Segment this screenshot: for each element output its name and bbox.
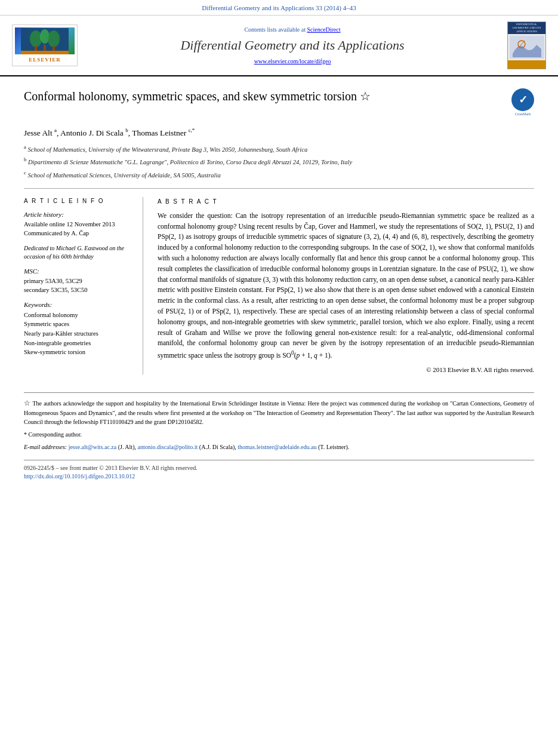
email-leistner-link[interactable]: thomas.leistner@adelaide.edu.au [238,444,316,450]
issn-line: 0926-2245/$ – see front matter © 2013 El… [24,464,534,472]
keywords-group: Keywords: Conformal holonomy Symmetric s… [24,300,133,357]
email-addresses: E-mail addresses: jesse.alt@wits.ac.za (… [24,442,534,451]
keyword-4: Non-integrable geometries [24,339,133,348]
affiliation-c: c School of Mathematical Sciences, Unive… [24,169,534,180]
journal-url[interactable]: www.elsevier.com/locate/difgeo [84,57,501,66]
crossmark-badge-container: ✓ CrossMark [511,88,534,116]
journal-cover-thumbnail: DIFFERENTIAL GEOMETRY AND ITS APPLICATIO… [507,21,546,69]
article-info-column: A R T I C L E I N F O Article history: A… [24,197,143,375]
keyword-2: Symmetric spaces [24,320,133,329]
history-label: Article history: [24,210,133,219]
abstract-heading: A B S T R A C T [158,197,534,206]
crossmark-label: CrossMark [511,112,534,116]
keyword-5: Skew-symmetric torsion [24,348,133,357]
crossmark-icon: ✓ [511,88,534,111]
journal-url-link[interactable]: www.elsevier.com/locate/difgeo [254,58,331,64]
authors-line: Jesse Alt a, Antonio J. Di Scala b, Thom… [24,127,534,139]
svg-rect-7 [21,51,69,54]
doi-link[interactable]: http://dx.doi.org/10.1016/j.difgeo.2013.… [24,473,135,480]
article-info-heading: A R T I C L E I N F O [24,197,133,205]
article-body: Conformal holonomy, symmetric spaces, an… [0,76,558,493]
dedication-text: Dedicated to Michael G. Eastwood on the … [24,244,133,261]
star-footnote: ☆ The authors acknowledge the support an… [24,398,534,426]
communicated-by: Communicated by A. Čap [24,229,133,238]
abstract-copyright: © 2013 Elsevier B.V. All rights reserved… [158,365,534,375]
journal-citation-bar: Differential Geometry and its Applicatio… [0,0,558,16]
separator-line [24,188,534,189]
geometry-keyword: Geometry [301,410,325,416]
cover-title-text: DIFFERENTIAL GEOMETRY AND ITS APPLICATIO… [513,23,541,33]
email-discala-link[interactable]: antonio.discala@polito.it [137,444,198,450]
elsevier-wordmark: ELSEVIER [29,56,61,64]
doi-line: http://dx.doi.org/10.1016/j.difgeo.2013.… [24,472,534,481]
journal-footer: 0926-2245/$ – see front matter © 2013 El… [24,460,534,481]
elsevier-logo: ELSEVIER [12,24,78,66]
corresponding-author-note: * Corresponding author. [24,430,534,439]
citation-text: Differential Geometry and its Applicatio… [202,4,356,11]
svg-point-3 [48,30,60,47]
article-title: Conformal holonomy, symmetric spaces, an… [24,88,371,104]
affiliation-b: b Dipartimento di Scienze Matematiche "G… [24,156,534,167]
available-online: Available online 12 November 2013 [24,220,133,229]
cover-graphic-area [508,34,545,60]
msc-primary: primary 53A30, 53C29 [24,277,133,286]
cover-bottom-bar [508,60,545,69]
footnotes-section: ☆ The authors acknowledge the support an… [24,392,534,451]
keywords-label: Keywords: [24,300,133,309]
keyword-3: Nearly para-Kähler structures [24,330,133,339]
journal-banner: ELSEVIER Contents lists available at Sci… [0,16,558,76]
article-history-group: Article history: Available online 12 Nov… [24,210,133,238]
journal-title: Differential Geometry and its Applicatio… [84,36,501,55]
svg-point-1 [30,30,42,47]
msc-label: MSC: [24,267,133,276]
science-direct-label: Contents lists available at ScienceDirec… [84,26,501,34]
journal-banner-center: Contents lists available at ScienceDirec… [84,26,501,66]
keyword-1: Conformal holonomy [24,311,133,320]
two-columns-section: A R T I C L E I N F O Article history: A… [24,197,534,375]
elsevier-tree-icon [21,28,69,54]
msc-secondary: secondary 53C35, 53C50 [24,286,133,295]
cover-image-icon [510,36,544,59]
msc-group: MSC: primary 53A30, 53C29 secondary 53C3… [24,267,133,295]
email-alt-link[interactable]: jesse.alt@wits.ac.za [69,444,117,450]
science-direct-link[interactable]: ScienceDirect [307,26,340,33]
cover-top-bar: DIFFERENTIAL GEOMETRY AND ITS APPLICATIO… [508,22,545,34]
affiliation-a: a School of Mathematics, University of t… [24,143,534,154]
article-title-section: Conformal holonomy, symmetric spaces, an… [24,88,534,116]
abstract-text: We consider the question: Can the isotro… [158,211,534,361]
elsevier-logo-graphic [15,27,75,54]
abstract-column: A B S T R A C T We consider the question… [158,197,534,375]
